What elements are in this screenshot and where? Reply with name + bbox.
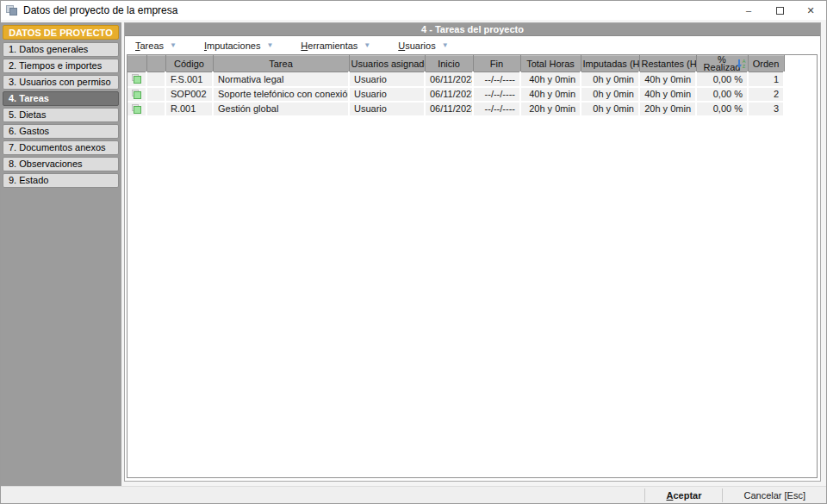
cell-realizado: 0,00 % bbox=[696, 72, 748, 87]
maximize-button[interactable] bbox=[764, 1, 795, 20]
cell-inicio: 06/11/2023 bbox=[425, 72, 473, 87]
task-blank-cell bbox=[146, 102, 165, 116]
close-button[interactable]: ✕ bbox=[795, 1, 826, 20]
title-bar: Datos del proyecto de la empresa – ✕ bbox=[1, 1, 826, 20]
app-icon bbox=[6, 5, 17, 16]
cell-codigo: SOP002 bbox=[165, 87, 213, 102]
sidebar-item-observaciones[interactable]: 8. Observaciones bbox=[3, 157, 119, 171]
cell-codigo: F.S.001 bbox=[165, 72, 213, 87]
column-tarea[interactable]: Tarea bbox=[213, 56, 349, 72]
cell-total: 20h y 0min bbox=[520, 102, 581, 116]
task-icon bbox=[132, 74, 142, 84]
content-area: DATOS DE PROYECTO 1. Datos generales 2. … bbox=[1, 20, 826, 486]
task-status-cell bbox=[127, 72, 146, 87]
chevron-down-icon: ▼ bbox=[266, 42, 273, 49]
table-header-row: Código Tarea Usuarios asignados Inicio F… bbox=[127, 56, 784, 72]
column-fin[interactable]: Fin bbox=[473, 56, 520, 72]
cell-imputadas: 0h y 0min bbox=[581, 72, 639, 87]
chevron-down-icon: ▼ bbox=[364, 42, 370, 49]
column-usuarios[interactable]: Usuarios asignados bbox=[349, 56, 425, 72]
menu-usuarios-label: Usuarios bbox=[398, 40, 435, 51]
sidebar-header: DATOS DE PROYECTO bbox=[3, 25, 119, 40]
menu-herramientas-label: Herramientas bbox=[301, 40, 358, 51]
cell-tarea: Gestión global bbox=[213, 102, 349, 116]
column-restantes[interactable]: Restantes (H) bbox=[639, 56, 696, 72]
cancel-button[interactable]: Cancelar [Esc] bbox=[723, 487, 826, 503]
cell-orden: 1 bbox=[748, 72, 784, 87]
sidebar-item-documentos-anexos[interactable]: 7. Documentos anexos bbox=[3, 140, 119, 155]
cell-fin: --/--/---- bbox=[473, 102, 520, 116]
sidebar-item-estado[interactable]: 9. Estado bbox=[3, 173, 119, 188]
column-inicio[interactable]: Inicio bbox=[425, 56, 473, 72]
column-orden[interactable]: Orden bbox=[748, 56, 784, 72]
menu-tareas[interactable]: Tareas ▼ bbox=[135, 40, 177, 51]
column-status[interactable] bbox=[127, 56, 146, 72]
app-window: Datos del proyecto de la empresa – ✕ DAT… bbox=[0, 0, 827, 504]
accept-button[interactable]: Aceptar bbox=[645, 487, 722, 503]
table-row[interactable]: F.S.001 Normativa legal Usuario 06/11/20… bbox=[127, 72, 784, 87]
minimize-icon: – bbox=[746, 5, 751, 16]
cell-usuarios: Usuario bbox=[349, 87, 425, 102]
tasks-table: Código Tarea Usuarios asignados Inicio F… bbox=[127, 55, 785, 117]
main-panel: 4 - Tareas del proyecto Tareas ▼ Imputac… bbox=[124, 22, 821, 482]
sidebar-item-datos-generales[interactable]: 1. Datos generales bbox=[3, 42, 119, 57]
sidebar-item-tiempos-importes[interactable]: 2. Tiempos e importes bbox=[3, 59, 119, 73]
column-realizado[interactable]: % Realizad A Z bbox=[696, 56, 748, 72]
cell-imputadas: 0h y 0min bbox=[581, 87, 639, 102]
window-controls: – ✕ bbox=[733, 1, 826, 20]
table-row[interactable]: R.001 Gestión global Usuario 06/11/2023 … bbox=[127, 102, 784, 116]
cell-tarea: Soporte telefónico con conexión remota bbox=[213, 87, 349, 102]
column-total-horas[interactable]: Total Horas bbox=[520, 56, 581, 72]
cell-realizado: 0,00 % bbox=[696, 87, 748, 102]
svg-text:Z: Z bbox=[743, 64, 745, 69]
task-blank-cell bbox=[146, 87, 165, 102]
sort-az-icon: A Z bbox=[737, 59, 747, 69]
chevron-down-icon: ▼ bbox=[170, 42, 177, 49]
table-container: Código Tarea Usuarios asignados Inicio F… bbox=[127, 54, 818, 478]
column-codigo[interactable]: Código bbox=[165, 56, 213, 72]
sidebar-item-dietas[interactable]: 5. Dietas bbox=[3, 108, 119, 122]
footer-bar: Aceptar Cancelar [Esc] bbox=[1, 486, 826, 503]
menu-herramientas[interactable]: Herramientas ▼ bbox=[301, 40, 370, 51]
sidebar-item-usuarios-permiso[interactable]: 3. Usuarios con permiso bbox=[3, 75, 119, 90]
sidebar-item-tareas[interactable]: 4. Tareas bbox=[3, 91, 119, 106]
cell-usuarios: Usuario bbox=[349, 102, 425, 116]
cell-orden: 2 bbox=[748, 87, 784, 102]
task-icon bbox=[132, 90, 142, 100]
cancel-button-label: Cancelar [Esc] bbox=[743, 490, 805, 501]
cell-restantes: 40h y 0min bbox=[639, 87, 696, 102]
sidebar: DATOS DE PROYECTO 1. Datos generales 2. … bbox=[1, 22, 121, 486]
cell-fin: --/--/---- bbox=[473, 72, 520, 87]
column-realizado-bottom: Realizad bbox=[704, 62, 741, 72]
accept-button-label: Aceptar bbox=[666, 490, 701, 501]
minimize-button[interactable]: – bbox=[733, 1, 764, 20]
cell-total: 40h y 0min bbox=[520, 87, 581, 102]
task-status-cell bbox=[127, 102, 146, 116]
task-icon bbox=[132, 104, 142, 115]
cell-restantes: 40h y 0min bbox=[639, 72, 696, 87]
cell-fin: --/--/---- bbox=[473, 87, 520, 102]
column-blank[interactable] bbox=[146, 56, 165, 72]
cell-inicio: 06/11/2023 bbox=[425, 87, 473, 102]
cell-imputadas: 0h y 0min bbox=[581, 102, 639, 116]
menu-usuarios[interactable]: Usuarios ▼ bbox=[398, 40, 448, 51]
cell-inicio: 06/11/2023 bbox=[425, 102, 473, 116]
table-row[interactable]: SOP002 Soporte telefónico con conexión r… bbox=[127, 87, 784, 102]
maximize-icon bbox=[776, 7, 784, 15]
chevron-down-icon: ▼ bbox=[442, 42, 449, 49]
cell-total: 40h y 0min bbox=[520, 72, 581, 87]
close-icon: ✕ bbox=[806, 5, 814, 16]
column-imputadas[interactable]: Imputadas (H) bbox=[581, 56, 639, 72]
cell-realizado: 0,00 % bbox=[696, 102, 748, 116]
menu-tareas-label: Tareas bbox=[135, 40, 164, 51]
menu-bar: Tareas ▼ Imputaciones ▼ Herramientas ▼ U… bbox=[125, 36, 820, 54]
window-title: Datos del proyecto de la empresa bbox=[23, 4, 177, 16]
task-blank-cell bbox=[146, 72, 165, 87]
sidebar-item-gastos[interactable]: 6. Gastos bbox=[3, 124, 119, 139]
menu-imputaciones[interactable]: Imputaciones ▼ bbox=[204, 40, 273, 51]
panel-title: 4 - Tareas del proyecto bbox=[125, 23, 820, 36]
cell-orden: 3 bbox=[748, 102, 784, 116]
menu-imputaciones-label: Imputaciones bbox=[204, 40, 260, 51]
cell-usuarios: Usuario bbox=[349, 72, 425, 87]
cell-codigo: R.001 bbox=[165, 102, 213, 116]
